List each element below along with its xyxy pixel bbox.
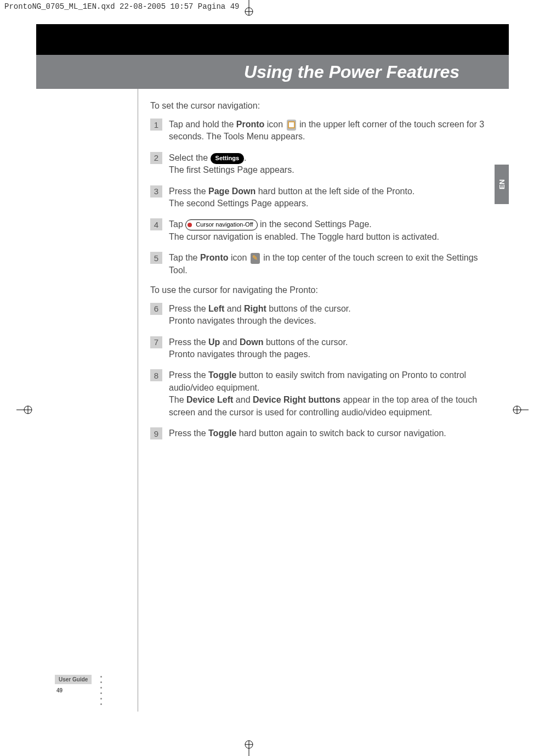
pronto-tool-icon: ✎ xyxy=(251,253,260,264)
step-number: 5 xyxy=(150,252,162,264)
page-number: 49 xyxy=(55,687,92,693)
pronto-icon xyxy=(287,120,296,131)
left-margin-rule xyxy=(36,89,138,712)
step-3: 3 Press the Page Down hard button at the… xyxy=(150,185,498,210)
step-4: 4 Tap Cursor navigation-Off in the secon… xyxy=(150,218,498,243)
step-number: 6 xyxy=(150,303,162,315)
step-number: 9 xyxy=(150,427,162,439)
step-number: 4 xyxy=(150,218,162,230)
step-number: 7 xyxy=(150,336,162,348)
footer-dots-icon xyxy=(100,676,102,705)
chapter-band: Using the Power Features xyxy=(36,55,509,89)
step-5: 5 Tap the Pronto icon ✎ in the top cente… xyxy=(150,252,498,277)
step-2: 2 Select the Settings. The first Setting… xyxy=(150,152,498,177)
crop-mark-left-icon xyxy=(16,404,33,415)
step-number: 3 xyxy=(150,185,162,198)
chapter-title: Using the Power Features xyxy=(244,62,459,82)
footer: User Guide 49 xyxy=(55,675,92,693)
step-6: 6 Press the Left and Right buttons of th… xyxy=(150,303,498,328)
user-guide-label: User Guide xyxy=(55,675,92,684)
crop-mark-bottom-icon xyxy=(243,740,254,756)
step-number: 2 xyxy=(150,152,162,164)
intro-text-2: To use the cursor for navigating the Pro… xyxy=(150,285,498,295)
step-8: 8 Press the Toggle button to easily swit… xyxy=(150,369,498,419)
step-9: 9 Press the Toggle hard button again to … xyxy=(150,427,498,439)
language-tab: EN xyxy=(495,165,509,204)
black-header-band xyxy=(36,24,509,55)
step-number: 8 xyxy=(150,369,162,381)
file-header: ProntoNG_0705_ML_1EN.qxd 22-08-2005 10:5… xyxy=(0,0,545,13)
step-1: 1 Tap and hold the Pronto icon in the up… xyxy=(150,119,498,143)
intro-text-1: To set the cursor navigation: xyxy=(150,101,498,111)
crop-mark-top-icon xyxy=(243,0,254,16)
crop-mark-right-icon xyxy=(512,404,529,415)
cursor-nav-pill-icon: Cursor navigation-Off xyxy=(185,219,257,230)
settings-pill-icon: Settings xyxy=(211,153,244,164)
step-7: 7 Press the Up and Down buttons of the c… xyxy=(150,336,498,361)
main-content: To set the cursor navigation: 1 Tap and … xyxy=(138,89,509,448)
step-number: 1 xyxy=(150,119,162,131)
